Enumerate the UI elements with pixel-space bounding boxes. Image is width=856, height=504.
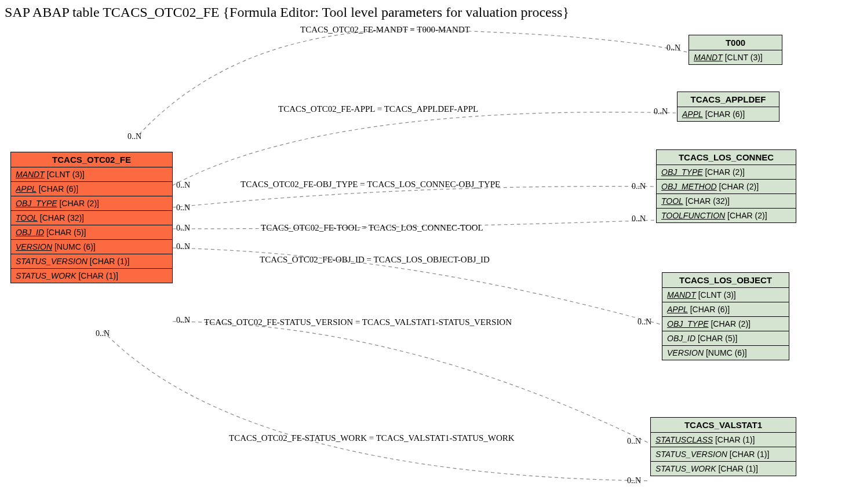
entity-field: STATUS_VERSION [CHAR (1)] — [651, 447, 796, 462]
entity-field: APPL [CHAR (6)] — [677, 107, 779, 121]
entity-field: STATUSCLASS [CHAR (1)] — [651, 433, 796, 447]
entity-tcacs-los-connec: TCACS_LOS_CONNEC OBJ_TYPE [CHAR (2)] OBJ… — [656, 149, 796, 223]
rel-label-statuswork: TCACS_OTC02_FE-STATUS_WORK = TCACS_VALST… — [229, 433, 515, 443]
entity-field: STATUS_VERSION [CHAR (1)] — [11, 254, 172, 269]
card-label: 0..N — [176, 224, 190, 233]
entity-field: TOOLFUNCTION [CHAR (2)] — [657, 209, 796, 222]
rel-label-statusversion: TCACS_OTC02_FE-STATUS_VERSION = TCACS_VA… — [204, 317, 512, 327]
rel-label-tool: TCACS_OTC02_FE-TOOL = TCACS_LOS_CONNEC-T… — [261, 223, 483, 233]
entity-field: TOOL [CHAR (32)] — [11, 211, 172, 225]
entity-tcacs-los-object: TCACS_LOS_OBJECT MANDT [CLNT (3)] APPL [… — [662, 272, 789, 360]
card-label: 0..N — [638, 317, 651, 327]
entity-field: STATUS_WORK [CHAR (1)] — [651, 462, 796, 476]
entity-field: APPL [CHAR (6)] — [662, 302, 789, 317]
entity-field: OBJ_TYPE [CHAR (2)] — [657, 165, 796, 180]
rel-label-appl: TCACS_OTC02_FE-APPL = TCACS_APPLDEF-APPL — [278, 104, 478, 114]
entity-field: VERSION [NUMC (6)] — [11, 240, 172, 254]
entity-field: MANDT [CLNT (3)] — [11, 167, 172, 182]
card-label: 0..N — [176, 203, 190, 213]
card-label: 0..N — [176, 316, 190, 325]
entity-header: TCACS_LOS_OBJECT — [662, 273, 789, 288]
card-label: 0..N — [654, 107, 668, 116]
entity-field: STATUS_WORK [CHAR (1)] — [11, 269, 172, 283]
entity-header: T000 — [689, 35, 782, 50]
card-label: 0..N — [627, 476, 641, 485]
card-label: 0..N — [176, 181, 190, 190]
entity-field: OBJ_METHOD [CHAR (2)] — [657, 180, 796, 194]
entity-field: OBJ_ID [CHAR (5)] — [11, 225, 172, 240]
entity-field: TOOL [CHAR (32)] — [657, 194, 796, 209]
entity-field: OBJ_TYPE [CHAR (2)] — [11, 196, 172, 211]
card-label: 0..N — [627, 437, 641, 446]
entity-field: MANDT [CLNT (3)] — [662, 288, 789, 302]
entity-field: OBJ_ID [CHAR (5)] — [662, 331, 789, 346]
card-label: 0..N — [96, 329, 110, 338]
card-label: 0..N — [666, 43, 680, 53]
entity-t000: T000 MANDT [CLNT (3)] — [689, 35, 782, 65]
entity-tcacs-appldef: TCACS_APPLDEF APPL [CHAR (6)] — [677, 92, 779, 122]
entity-header: TCACS_LOS_CONNEC — [657, 150, 796, 165]
entity-field: OBJ_TYPE [CHAR (2)] — [662, 317, 789, 331]
entity-field: MANDT [CLNT (3)] — [689, 50, 782, 64]
entity-field: APPL [CHAR (6)] — [11, 182, 172, 196]
rel-label-objtype: TCACS_OTC02_FE-OBJ_TYPE = TCACS_LOS_CONN… — [241, 180, 500, 189]
card-label: 0..N — [632, 214, 646, 224]
entity-tcacs-otc02-fe: TCACS_OTC02_FE MANDT [CLNT (3)] APPL [CH… — [10, 152, 173, 283]
rel-label-mandt: TCACS_OTC02_FE-MANDT = T000-MANDT — [300, 25, 470, 35]
card-label: 0..N — [176, 242, 190, 251]
entity-tcacs-valstat1: TCACS_VALSTAT1 STATUSCLASS [CHAR (1)] ST… — [650, 417, 796, 476]
card-label: 0..N — [632, 182, 646, 191]
entity-field: VERSION [NUMC (6)] — [662, 346, 789, 360]
entity-header: TCACS_VALSTAT1 — [651, 418, 796, 433]
card-label: 0..N — [128, 132, 141, 141]
rel-label-objid: TCACS_OTC02_FE-OBJ_ID = TCACS_LOS_OBJECT… — [260, 255, 490, 265]
entity-header: TCACS_APPLDEF — [677, 92, 779, 107]
entity-header: TCACS_OTC02_FE — [11, 152, 172, 167]
page-title: SAP ABAP table TCACS_OTC02_FE {Formula E… — [5, 5, 569, 20]
